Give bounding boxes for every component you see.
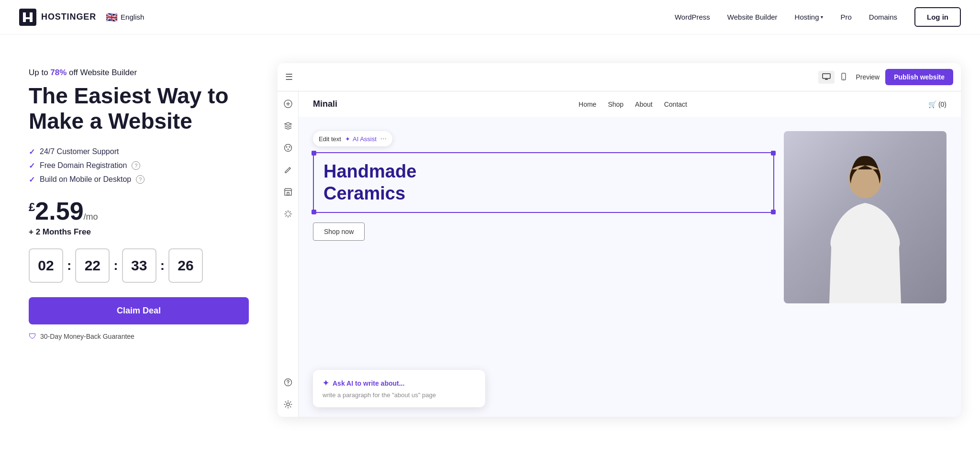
svg-point-8 [287, 149, 289, 150]
countdown-sep: : [67, 258, 71, 273]
ai-sparkle-icon: ✦ [345, 135, 350, 143]
site-nav-shop[interactable]: Shop [608, 100, 624, 108]
login-button[interactable]: Log in [914, 7, 961, 27]
feature-item: ✓ Free Domain Registration ? [29, 161, 249, 170]
resize-handle-tr[interactable] [771, 151, 776, 156]
builder-body: Minali Home Shop About Contact 🛒 (0) [278, 91, 961, 417]
ai-assist-button[interactable]: ✦ AI Assist [345, 135, 377, 143]
site-cart[interactable]: 🛒 (0) [928, 100, 947, 108]
site-nav: Minali Home Shop About Contact 🛒 (0) [299, 91, 961, 117]
promo-text: Up to 78% off Website Builder [29, 68, 249, 78]
price-period: /mo [84, 212, 98, 222]
promo-percent: 78% [50, 68, 67, 77]
countdown-seconds: 33 [122, 248, 156, 283]
language-selector[interactable]: 🇬🇧 English [106, 11, 144, 23]
palette-icon [284, 144, 292, 152]
shield-icon: 🛡 [29, 332, 36, 341]
check-icon: ✓ [29, 161, 35, 170]
device-icons [818, 70, 850, 84]
builder-mockup: ☰ Preview Publish website [278, 63, 961, 417]
ai-panel-label: Ask AI to write about... [333, 379, 404, 387]
ai-sparkle-icon: ✦ [323, 379, 329, 388]
countdown-sep: : [113, 258, 118, 273]
feature-item: ✓ Build on Mobile or Desktop ? [29, 175, 249, 184]
countdown-fractions: 26 [168, 248, 203, 283]
site-nav-links: Home Shop About Contact [579, 100, 687, 108]
site-nav-home[interactable]: Home [579, 100, 596, 108]
website-preview: Minali Home Shop About Contact 🛒 (0) [299, 91, 961, 417]
nav-hosting-link[interactable]: Hosting [795, 13, 819, 21]
claim-deal-button[interactable]: Claim Deal [29, 297, 249, 324]
info-icon[interactable]: ? [132, 161, 140, 170]
site-logo: Minali [313, 99, 337, 109]
nav-hosting[interactable]: Hosting ▾ [795, 13, 824, 21]
nav-domains[interactable]: Domains [869, 13, 897, 21]
edit-text-button[interactable]: Edit text [319, 135, 341, 143]
site-hero-content: Edit text ✦ AI Assist ··· [313, 131, 784, 241]
features-list: ✓ 24/7 Customer Support ✓ Free Domain Re… [29, 147, 249, 184]
editor-floating-toolbar: Edit text ✦ AI Assist ··· [313, 131, 392, 146]
mobile-device-button[interactable] [837, 70, 850, 84]
publish-button[interactable]: Publish website [885, 69, 953, 85]
price-currency: £ [29, 200, 35, 213]
check-icon: ✓ [29, 175, 35, 184]
shop-now-button[interactable]: Shop now [313, 223, 365, 241]
page-title: The Easiest Way to Make a Website [29, 83, 249, 134]
store-tool[interactable] [281, 185, 295, 199]
svg-point-3 [844, 78, 845, 79]
builder-sidebar [278, 91, 299, 417]
menu-icon[interactable]: ☰ [285, 72, 293, 82]
nav-wordpress[interactable]: WordPress [675, 13, 710, 21]
info-icon[interactable]: ? [136, 175, 145, 184]
main-nav: WordPress Website Builder Hosting ▾ Pro … [675, 7, 961, 27]
ai-panel-header: ✦ Ask AI to write about... [323, 379, 476, 388]
svg-point-7 [289, 146, 290, 148]
palette-tool[interactable] [281, 141, 295, 155]
settings-tool[interactable] [281, 398, 295, 411]
site-hero: Edit text ✦ AI Assist ··· [299, 117, 961, 303]
free-months-text: + 2 Months Free [29, 227, 249, 237]
countdown-minutes: 22 [75, 248, 110, 283]
main-header: HOSTINGER 🇬🇧 English WordPress Website B… [0, 0, 980, 34]
builder-canvas: Minali Home Shop About Contact 🛒 (0) [299, 91, 961, 417]
store-icon [284, 188, 292, 196]
logo-text: HOSTINGER [41, 12, 96, 22]
mobile-icon [841, 73, 846, 80]
preview-button[interactable]: Preview [856, 73, 880, 81]
left-panel: Up to 78% off Website Builder The Easies… [29, 63, 249, 341]
edit-icon [284, 166, 292, 174]
site-nav-contact[interactable]: Contact [664, 100, 687, 108]
feature-text: Build on Mobile or Desktop [40, 175, 131, 184]
svg-rect-1 [823, 74, 830, 78]
desktop-device-button[interactable] [818, 71, 835, 84]
layers-tool[interactable] [281, 119, 295, 133]
help-icon [284, 378, 292, 387]
builder-topbar-right: Preview Publish website [818, 69, 953, 85]
more-options-icon[interactable]: ··· [380, 134, 387, 143]
nav-pro[interactable]: Pro [840, 13, 851, 21]
builder-topbar: ☰ Preview Publish website [278, 63, 961, 91]
logo[interactable]: HOSTINGER [19, 9, 96, 26]
help-tool[interactable] [281, 376, 295, 389]
flag-icon: 🇬🇧 [106, 11, 118, 23]
resize-handle-bl[interactable] [312, 210, 316, 214]
person-silhouette [817, 150, 913, 303]
edit-tool[interactable] [281, 163, 295, 177]
nav-website-builder[interactable]: Website Builder [727, 13, 778, 21]
site-nav-about[interactable]: About [635, 100, 653, 108]
sparkle-tool[interactable] [281, 207, 295, 221]
svg-point-11 [287, 403, 290, 406]
price-display: £2.59/mo [29, 197, 98, 225]
settings-icon [284, 400, 292, 409]
layers-icon [284, 122, 292, 130]
logo-icon [19, 9, 36, 26]
site-heading-editable[interactable]: HandmadeCeramics [313, 152, 774, 213]
countdown-sep: : [160, 258, 165, 273]
check-icon: ✓ [29, 147, 35, 156]
plus-icon [284, 100, 292, 108]
chevron-down-icon: ▾ [821, 14, 823, 20]
ai-panel-placeholder[interactable]: write a paragraph for the "about us" pag… [323, 391, 476, 399]
add-element-tool[interactable] [281, 97, 295, 111]
svg-point-10 [288, 384, 289, 385]
main-content: Up to 78% off Website Builder The Easies… [0, 34, 980, 436]
